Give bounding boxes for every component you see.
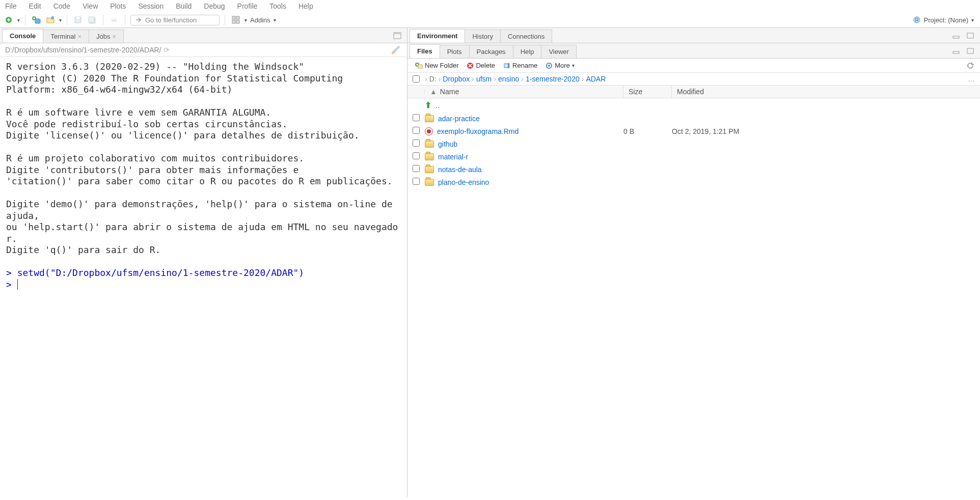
file-row: exemplo-fluxograma.Rmd0 BOct 2, 2019, 1:… xyxy=(407,125,980,137)
chevron-right-icon: › xyxy=(521,75,524,83)
more-path-icon[interactable]: … xyxy=(968,75,975,83)
svg-rect-11 xyxy=(236,16,239,19)
new-file-dropdown[interactable]: ▾ xyxy=(17,17,20,23)
menu-help[interactable]: Help xyxy=(298,2,313,10)
refresh-icon[interactable] xyxy=(965,60,976,71)
minimize-pane-icon[interactable] xyxy=(950,45,962,57)
file-row: adar-practice xyxy=(407,112,980,125)
svg-text:R: R xyxy=(915,17,918,23)
delete-icon xyxy=(467,62,474,69)
crumb[interactable]: ufsm xyxy=(476,75,492,83)
menu-build[interactable]: Build xyxy=(176,2,192,10)
grid-icon[interactable] xyxy=(230,14,241,25)
menu-view[interactable]: View xyxy=(83,2,98,10)
maximize-pane-icon[interactable] xyxy=(965,45,976,57)
tab-terminal[interactable]: Terminal× xyxy=(43,30,89,43)
open-file-dropdown[interactable]: ▾ xyxy=(59,17,62,23)
header-size[interactable]: Size xyxy=(623,86,672,98)
menu-plots[interactable]: Plots xyxy=(110,2,126,10)
file-name-link[interactable]: adar-practice xyxy=(425,115,623,123)
crumb[interactable]: Dropbox xyxy=(443,75,470,83)
print-icon[interactable] xyxy=(108,14,120,25)
tab-environment[interactable]: Environment xyxy=(410,29,465,43)
file-list-header: ▲ Name Size Modified xyxy=(407,86,980,98)
maximize-pane-icon[interactable] xyxy=(392,30,403,41)
file-checkbox[interactable] xyxy=(413,178,420,185)
svg-rect-7 xyxy=(89,17,94,22)
header-name[interactable]: ▲ Name xyxy=(425,86,623,98)
file-checkbox[interactable] xyxy=(413,114,420,121)
tab-viewer[interactable]: Viewer xyxy=(541,45,577,58)
file-checkbox[interactable] xyxy=(413,165,420,172)
more-button[interactable]: More ▾ xyxy=(542,61,578,70)
goto-arrow-icon xyxy=(135,16,142,23)
delete-button[interactable]: Delete xyxy=(464,61,498,70)
tab-jobs[interactable]: Jobs× xyxy=(89,30,124,43)
minimize-pane-icon[interactable] xyxy=(950,30,962,41)
menu-file[interactable]: File xyxy=(5,2,17,10)
files-toolbar: New Folder Delete Rename More ▾ xyxy=(407,59,980,73)
menu-edit[interactable]: Edit xyxy=(29,2,41,10)
new-project-icon[interactable] xyxy=(31,14,42,25)
svg-rect-10 xyxy=(232,16,235,19)
tab-packages[interactable]: Packages xyxy=(469,45,513,58)
menu-code[interactable]: Code xyxy=(53,2,70,10)
file-name-link[interactable]: notas-de-aula xyxy=(425,165,623,174)
header-modified[interactable]: Modified xyxy=(672,86,980,98)
close-icon[interactable]: × xyxy=(77,33,81,40)
tab-plots[interactable]: Plots xyxy=(440,45,470,58)
tab-console[interactable]: Console xyxy=(2,29,43,43)
svg-rect-21 xyxy=(967,48,973,53)
open-file-icon[interactable] xyxy=(45,14,56,25)
new-folder-button[interactable]: New Folder xyxy=(412,61,461,70)
file-name-link[interactable]: plano-de-ensino xyxy=(425,178,623,186)
file-checkbox[interactable] xyxy=(413,127,420,134)
save-all-icon[interactable] xyxy=(87,14,98,25)
console-output[interactable]: R version 3.6.3 (2020-02-29) -- "Holding… xyxy=(0,57,407,497)
prompt: > xyxy=(6,279,17,290)
rename-button[interactable]: Rename xyxy=(500,61,540,70)
up-directory-row[interactable]: ⬆.. xyxy=(407,98,980,112)
file-name-text: adar-practice xyxy=(438,115,480,123)
goto-file-input[interactable]: Go to file/function xyxy=(130,15,220,25)
crumb[interactable]: ensino xyxy=(498,75,519,83)
cursor xyxy=(17,279,23,290)
file-checkbox[interactable] xyxy=(413,152,420,159)
svg-rect-23 xyxy=(418,65,422,68)
menu-session[interactable]: Session xyxy=(138,2,164,10)
file-name-link[interactable]: material-r xyxy=(425,153,623,161)
chevron-right-icon: › xyxy=(425,75,427,83)
folder-icon xyxy=(425,179,434,186)
clear-console-icon[interactable] xyxy=(392,45,402,54)
file-name-link[interactable]: github xyxy=(425,140,623,148)
tab-help[interactable]: Help xyxy=(513,45,542,58)
maximize-pane-icon[interactable] xyxy=(965,30,976,41)
refresh-wd-icon[interactable]: ⟳ xyxy=(164,46,170,54)
crumb[interactable]: ADAR xyxy=(586,75,606,83)
file-name-text: material-r xyxy=(438,153,468,161)
project-button[interactable]: R Project: (None) ▾ xyxy=(913,16,974,24)
menu-tools[interactable]: Tools xyxy=(269,2,286,10)
crumb[interactable]: 1-semestre-2020 xyxy=(526,75,580,83)
addins-button[interactable]: Addins ▾ xyxy=(250,16,276,24)
tab-history[interactable]: History xyxy=(465,30,500,43)
separator xyxy=(25,15,25,25)
tab-connections[interactable]: Connections xyxy=(500,30,552,43)
svg-rect-19 xyxy=(967,33,973,38)
folder-icon xyxy=(425,115,434,122)
working-dir-path: D:/Dropbox/ufsm/ensino/1-semestre-2020/A… xyxy=(5,46,161,54)
crumb-drive[interactable]: D: xyxy=(429,75,437,83)
close-icon[interactable]: × xyxy=(112,33,116,40)
new-file-icon[interactable] xyxy=(3,14,14,25)
select-all-checkbox[interactable] xyxy=(413,75,420,82)
file-list: ⬆.. adar-practiceexemplo-fluxograma.Rmd0… xyxy=(407,98,980,188)
file-checkbox[interactable] xyxy=(413,140,420,147)
chevron-right-icon: › xyxy=(439,75,441,83)
grid-dropdown[interactable]: ▾ xyxy=(244,17,247,23)
menu-profile[interactable]: Profile xyxy=(237,2,258,10)
tab-files[interactable]: Files xyxy=(410,44,440,58)
svg-rect-12 xyxy=(232,20,235,23)
file-name-link[interactable]: exemplo-fluxograma.Rmd xyxy=(425,127,623,135)
menu-debug[interactable]: Debug xyxy=(204,2,225,10)
save-icon[interactable] xyxy=(72,14,84,25)
